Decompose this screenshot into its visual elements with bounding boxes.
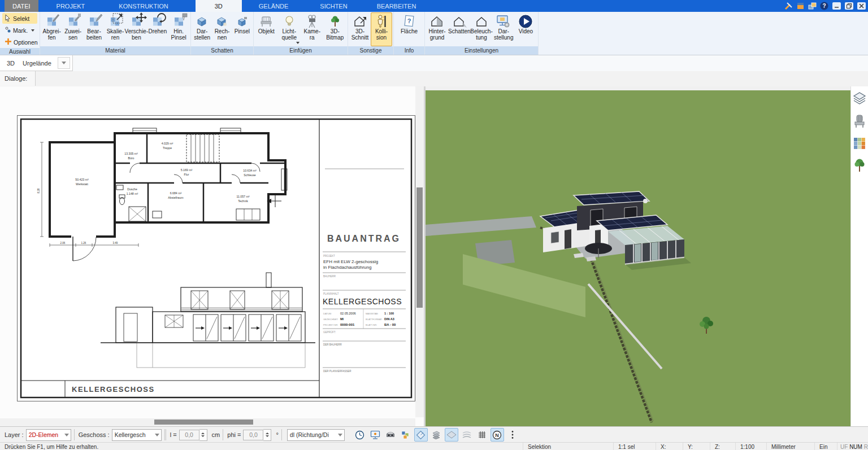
play-icon xyxy=(519,14,532,29)
tab-sichten[interactable]: SICHTEN xyxy=(310,0,357,12)
length-stepper[interactable] xyxy=(199,429,207,441)
phi-input[interactable]: 0,0 xyxy=(243,430,263,440)
layer-label: Layer : xyxy=(5,431,24,438)
windows-icon[interactable] xyxy=(808,2,817,11)
3d-bitmap-button[interactable]: 3D- Bitmap xyxy=(324,12,347,46)
view-dropdown-button[interactable] xyxy=(58,57,70,69)
package-icon[interactable] xyxy=(796,2,805,11)
plan-sheet[interactable]: KELLERGESCHOSS xyxy=(17,115,415,401)
application-window: DATEI PROJEKT KONSTRUKTION 3D GELÄNDE SI… xyxy=(0,0,868,450)
dialoge-label: Dialoge: xyxy=(0,71,36,86)
status-scale: 1:100 xyxy=(735,443,766,450)
view-3d-panel[interactable] xyxy=(426,86,850,426)
flaeche-button[interactable]: ?Fläche xyxy=(395,12,423,46)
verschieben-button[interactable]: Verschie- ben xyxy=(126,12,147,46)
horizontal-scrollbar-thumb[interactable] xyxy=(154,420,253,425)
darstellung-button[interactable]: Dar- stellung xyxy=(493,12,515,46)
length-input[interactable]: 0,0 xyxy=(179,430,199,440)
bottom-toolbar: Layer : 2D-Elemen Geschoss : Kellergesch… xyxy=(0,426,868,443)
ribbon-group-material: Abgrei- fen Zuwei- sen Bear- beiten Skal… xyxy=(40,12,191,55)
svg-text:8.28: 8.28 xyxy=(37,188,40,193)
zuweisen-button[interactable]: Zuwei- sen xyxy=(62,12,83,46)
lichtquelle-button[interactable]: Licht- quelle xyxy=(278,12,301,46)
view-selector[interactable]: 3D Urgelände xyxy=(0,55,73,71)
schatten-einstellungen-button[interactable]: Schatten xyxy=(448,12,470,46)
svg-text:BAUHERR: BAUHERR xyxy=(323,275,336,278)
material-edit-icon xyxy=(90,14,98,29)
phi-label: phi = xyxy=(227,431,241,438)
area-info-icon: ? xyxy=(403,14,415,29)
tab-konstruktion[interactable]: KONSTRUKTION xyxy=(108,0,178,12)
hintergrund-button[interactable]: Hinter- grund xyxy=(426,12,448,46)
svg-text:PROJEKT: PROJEKT xyxy=(323,255,335,257)
plan-2d-panel[interactable]: KELLERGESCHOSS xyxy=(0,86,424,426)
layers-cube-icon[interactable] xyxy=(399,428,413,442)
svg-text:DIN A3: DIN A3 xyxy=(384,317,394,321)
help-icon[interactable]: ? xyxy=(819,2,828,11)
sheet-title: KELLERGESCHOSS xyxy=(72,385,155,394)
texture-icon[interactable] xyxy=(429,428,443,442)
beleuchtung-button[interactable]: Beleuch- tung xyxy=(470,12,492,46)
schatten-darstellen-button[interactable]: Dar- stellen xyxy=(192,12,212,46)
vertical-scrollbar[interactable] xyxy=(415,86,424,417)
schatten-rechnen-button[interactable]: Rech- nen xyxy=(212,12,232,46)
tab-gelaende[interactable]: GELÄNDE xyxy=(249,0,299,12)
statusbar: Drücken Sie F1, um Hilfe zu erhalten. Se… xyxy=(0,442,868,450)
phi-stepper[interactable] xyxy=(263,429,271,441)
tab-projekt[interactable]: PROJEKT xyxy=(46,0,96,12)
plants-icon[interactable] xyxy=(853,158,866,173)
shadow-brush-cube-icon xyxy=(237,14,248,29)
layer-select[interactable]: 2D-Elemen xyxy=(26,429,71,441)
ribbon-group-auswahl: Selekt Mark. Optionen Auswahl xyxy=(0,12,40,55)
status-ein: Ein xyxy=(814,443,837,450)
direction-select[interactable]: dl (Richtung/Di xyxy=(287,429,345,441)
close-button[interactable] xyxy=(857,2,866,10)
schatten-pinsel-button[interactable]: Pinsel xyxy=(232,12,252,46)
contour-icon[interactable] xyxy=(460,428,474,442)
minimize-button[interactable] xyxy=(832,2,841,10)
markieren-button[interactable]: Mark. xyxy=(2,25,37,36)
stereo-camera-icon[interactable] xyxy=(384,428,397,442)
abgreifen-button[interactable]: Abgrei- fen xyxy=(41,12,62,46)
layers-icon[interactable] xyxy=(853,92,866,107)
drehen-button[interactable]: Drehen xyxy=(147,12,168,46)
selekt-button[interactable]: Selekt xyxy=(2,13,37,24)
tab-3d[interactable]: 3D xyxy=(196,0,242,12)
grid-icon[interactable] xyxy=(475,428,489,442)
north-icon[interactable]: N xyxy=(491,428,504,442)
restore-button[interactable] xyxy=(845,2,853,10)
svg-text:Treppe: Treppe xyxy=(163,146,172,150)
clock-icon[interactable] xyxy=(353,428,367,442)
kollision-button[interactable]: Kolli- sion xyxy=(371,12,392,46)
kamera-button[interactable]: Kame- ra xyxy=(301,12,324,46)
bearbeiten-button[interactable]: Bear- beiten xyxy=(84,12,105,46)
monitor-icon[interactable] xyxy=(368,428,382,442)
tools-icon[interactable] xyxy=(784,2,793,11)
skalieren-button[interactable]: Skalie- ren xyxy=(105,12,125,46)
tab-datei[interactable]: DATEI xyxy=(5,0,38,12)
svg-text:DER PLANVERFASSER: DER PLANVERFASSER xyxy=(323,370,351,373)
svg-text:2.06: 2.06 xyxy=(60,242,66,244)
svg-text:Schleuse: Schleuse xyxy=(244,173,255,177)
video-button[interactable]: Video xyxy=(515,12,537,46)
geschoss-select[interactable]: Kellergesch xyxy=(112,429,162,441)
more-icon[interactable] xyxy=(506,428,519,442)
vertical-scrollbar-thumb[interactable] xyxy=(416,187,423,308)
svg-text:BLATT-NR:: BLATT-NR: xyxy=(366,324,377,326)
3d-viewport[interactable] xyxy=(426,90,850,426)
status-sel-scale: 1:1 sel xyxy=(613,443,656,450)
hinterlegen-pinsel-button[interactable]: Hin. Pinsel xyxy=(168,12,189,46)
optionen-button[interactable]: Optionen xyxy=(2,37,37,47)
3d-schnitt-button[interactable]: 3D- Schnitt xyxy=(349,12,371,46)
angle-snap-icon[interactable] xyxy=(414,428,428,442)
dialoge-row: Dialoge: xyxy=(0,71,868,87)
furniture-icon[interactable] xyxy=(853,114,866,129)
status-y: Y: xyxy=(683,443,710,450)
horizontal-scrollbar[interactable] xyxy=(0,418,415,426)
surface-icon[interactable] xyxy=(445,428,458,442)
tab-bearbeiten[interactable]: BEARBEITEN xyxy=(367,0,427,12)
material-scale-icon xyxy=(111,14,119,29)
objekt-button[interactable]: Objekt xyxy=(255,12,278,46)
materials-icon[interactable] xyxy=(853,136,866,151)
svg-text:EFH mit ELW 2-geschossig: EFH mit ELW 2-geschossig xyxy=(323,259,378,264)
